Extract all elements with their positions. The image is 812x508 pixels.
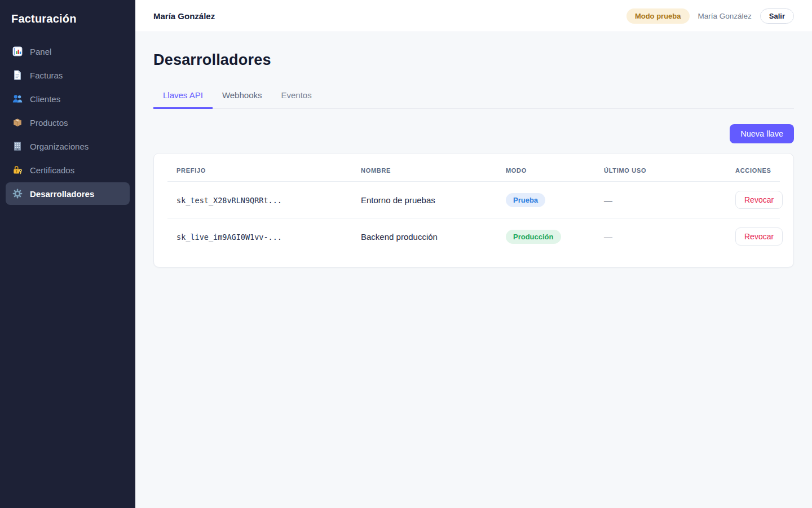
column-header-prefijo: PREFIJO xyxy=(154,154,361,181)
last-used-value: — xyxy=(604,232,612,242)
sidebar-item-organizaciones[interactable]: Organizaciones xyxy=(6,135,130,157)
mode-badge-test: Prueba xyxy=(506,193,545,207)
column-header-acciones: ACCIONES xyxy=(735,154,793,181)
table-row: sk_test_X28vRLN9QRRt... Entorno de prueb… xyxy=(154,182,793,218)
sidebar-item-desarrolladores[interactable]: Desarrolladores xyxy=(6,182,130,205)
topbar-actions: Modo prueba María González Salir xyxy=(626,8,794,24)
sidebar-item-facturas[interactable]: Facturas xyxy=(6,64,130,86)
api-key-prefix: sk_test_X28vRLN9QRRt... xyxy=(176,196,282,205)
sidebar-item-clientes[interactable]: Clientes xyxy=(6,87,130,110)
logout-button[interactable]: Salir xyxy=(760,8,794,24)
sidebar-item-label: Organizaciones xyxy=(30,142,89,151)
main-area: María González Modo prueba María Gonzále… xyxy=(135,0,812,508)
table-header-row: PREFIJO NOMBRE MODO ÚLTIMO USO ACCIONES xyxy=(154,154,793,181)
page-content: Desarrolladores Llaves API Webhooks Even… xyxy=(135,32,812,508)
document-icon xyxy=(12,70,23,80)
api-keys-card: PREFIJO NOMBRE MODO ÚLTIMO USO ACCIONES … xyxy=(153,153,794,268)
column-header-ultimo-uso: ÚLTIMO USO xyxy=(604,154,735,181)
sidebar-item-certificados[interactable]: Certificados xyxy=(6,159,130,181)
bar-chart-icon xyxy=(12,46,23,56)
sidebar-item-label: Clientes xyxy=(30,94,60,104)
tab-llaves-api[interactable]: Llaves API xyxy=(153,90,213,109)
people-icon xyxy=(12,94,23,104)
api-key-name: Backend producción xyxy=(361,232,438,242)
last-used-value: — xyxy=(604,195,612,205)
table-toolbar: Nueva llave xyxy=(153,124,794,143)
building-icon xyxy=(12,141,23,151)
mode-badge-live: Producción xyxy=(506,230,561,244)
app-root: Facturación Panel xyxy=(0,0,812,508)
api-keys-table: PREFIJO NOMBRE MODO ÚLTIMO USO ACCIONES … xyxy=(154,154,793,255)
test-mode-badge: Modo prueba xyxy=(626,8,690,24)
revoke-button[interactable]: Revocar xyxy=(735,227,783,246)
sidebar-item-label: Productos xyxy=(30,118,68,128)
new-key-button[interactable]: Nueva llave xyxy=(730,124,794,143)
topbar: María González Modo prueba María Gonzále… xyxy=(135,0,812,32)
page-title: Desarrolladores xyxy=(153,51,794,69)
sidebar-item-label: Desarrolladores xyxy=(30,189,94,199)
table-row: sk_live_im9AGI0W1vv-... Backend producci… xyxy=(154,218,793,255)
tab-eventos[interactable]: Eventos xyxy=(272,90,321,109)
lock-key-icon xyxy=(12,165,23,175)
sidebar-nav: Panel Facturas xyxy=(0,40,135,205)
column-header-modo: MODO xyxy=(506,154,604,181)
topbar-user-menu[interactable]: María González xyxy=(698,12,752,20)
brand-title: Facturación xyxy=(0,0,135,33)
sidebar-item-label: Facturas xyxy=(30,71,63,80)
package-icon xyxy=(12,117,23,128)
sidebar-item-label: Certificados xyxy=(30,165,74,175)
api-key-name: Entorno de pruebas xyxy=(361,195,435,205)
sidebar-item-productos[interactable]: Productos xyxy=(6,111,130,134)
tab-webhooks[interactable]: Webhooks xyxy=(213,90,272,109)
revoke-button[interactable]: Revocar xyxy=(735,191,783,209)
api-key-prefix: sk_live_im9AGI0W1vv-... xyxy=(176,233,282,242)
tab-bar: Llaves API Webhooks Eventos xyxy=(153,90,794,109)
sidebar-item-label: Panel xyxy=(30,47,51,56)
sidebar-item-panel[interactable]: Panel xyxy=(6,40,130,63)
sidebar: Facturación Panel xyxy=(0,0,135,508)
gear-icon xyxy=(12,189,23,199)
column-header-nombre: NOMBRE xyxy=(361,154,506,181)
topbar-account-name: María González xyxy=(153,11,215,21)
